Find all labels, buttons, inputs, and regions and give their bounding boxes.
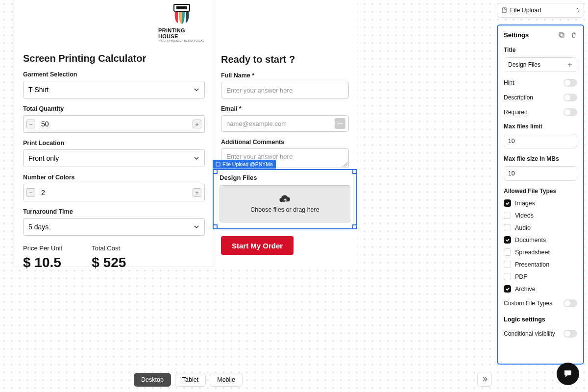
duplicate-icon[interactable] bbox=[559, 32, 565, 39]
required-toggle[interactable] bbox=[564, 108, 577, 116]
conditional-toggle[interactable] bbox=[564, 330, 577, 338]
maxsize-input[interactable]: 10 bbox=[504, 166, 577, 181]
name-label: Full Name * bbox=[221, 72, 349, 79]
turn-select[interactable]: 5 days bbox=[23, 218, 205, 236]
total-value: $ 525 bbox=[92, 255, 126, 270]
checkbox[interactable] bbox=[504, 199, 511, 207]
file-title: Design Files bbox=[220, 174, 350, 181]
selected-element-tag[interactable]: File Upload @PNYMa bbox=[213, 160, 276, 169]
checkbox[interactable] bbox=[504, 212, 511, 219]
colors-plus-button[interactable]: + bbox=[190, 184, 204, 201]
email-options-icon[interactable] bbox=[335, 118, 345, 129]
plus-icon[interactable] bbox=[567, 62, 573, 68]
form-heading: Ready to start ? bbox=[221, 54, 349, 65]
filetype-label: Audio bbox=[515, 224, 531, 231]
checkbox[interactable] bbox=[504, 248, 511, 256]
colors-stepper[interactable]: − 2 + bbox=[23, 184, 205, 201]
filetype-row[interactable]: Documents bbox=[504, 236, 577, 244]
filetype-row[interactable]: PDF bbox=[504, 273, 577, 280]
description-toggle[interactable] bbox=[564, 94, 577, 101]
chevron-down-icon bbox=[194, 87, 199, 93]
filetype-label: Spreadsheet bbox=[515, 249, 550, 256]
maxsize-label: Max file size in MBs bbox=[504, 155, 577, 162]
email-input[interactable]: name@example.com bbox=[221, 115, 349, 132]
filetype-row[interactable]: Videos bbox=[504, 212, 577, 219]
turn-label: Turnaround Time bbox=[23, 208, 205, 215]
svg-rect-5 bbox=[216, 162, 220, 166]
hint-label: Hint bbox=[504, 79, 514, 86]
mobile-tab[interactable]: Mobile bbox=[210, 373, 243, 387]
filetype-row[interactable]: Presentation bbox=[504, 261, 577, 268]
chevron-right-icon bbox=[481, 376, 488, 383]
submit-button[interactable]: Start My Order bbox=[221, 236, 294, 255]
checkbox[interactable] bbox=[504, 273, 511, 280]
custom-types-toggle[interactable] bbox=[564, 299, 577, 307]
filetype-row[interactable]: Audio bbox=[504, 224, 577, 231]
chat-icon bbox=[563, 368, 573, 379]
filetype-label: PDF bbox=[515, 273, 527, 280]
qty-stepper[interactable]: − 50 + bbox=[23, 115, 205, 133]
calculator-heading: Screen Printing Calculator bbox=[23, 53, 205, 64]
checkbox[interactable] bbox=[504, 224, 511, 231]
svg-point-4 bbox=[342, 123, 343, 124]
filetype-row[interactable]: Images bbox=[504, 199, 577, 207]
custom-types-label: Custom File Types bbox=[504, 300, 552, 307]
maxfiles-input[interactable]: 10 bbox=[504, 134, 577, 148]
qty-minus-button[interactable]: − bbox=[24, 116, 38, 132]
chevron-down-icon bbox=[194, 224, 199, 230]
ppu-label: Price Per Unit bbox=[23, 245, 62, 252]
qty-label: Total Quantity bbox=[23, 105, 205, 112]
chevron-down-icon bbox=[194, 155, 199, 161]
file-upload-block[interactable]: Design Files Choose files or drag here bbox=[213, 169, 357, 229]
tablet-tab[interactable]: Tablet bbox=[175, 373, 206, 387]
svg-rect-8 bbox=[559, 32, 563, 36]
resize-handle-icon[interactable] bbox=[343, 162, 347, 167]
filetype-label: Archive bbox=[515, 286, 536, 293]
checkbox[interactable] bbox=[504, 236, 511, 244]
chat-launcher[interactable] bbox=[557, 363, 579, 385]
delete-icon[interactable] bbox=[570, 32, 577, 39]
loc-select[interactable]: Front only bbox=[23, 149, 205, 167]
required-label: Required bbox=[504, 109, 528, 116]
svg-rect-6 bbox=[502, 8, 506, 13]
expand-button[interactable] bbox=[477, 372, 492, 387]
checkbox[interactable] bbox=[504, 285, 511, 293]
desktop-tab[interactable]: Desktop bbox=[134, 373, 171, 387]
total-label: Total Cost bbox=[92, 245, 126, 252]
svg-rect-7 bbox=[560, 33, 564, 37]
filetype-label: Documents bbox=[515, 237, 546, 244]
filetypes-label: Allowed File Types bbox=[504, 188, 577, 195]
filetype-row[interactable]: Archive bbox=[504, 285, 577, 293]
name-input[interactable]: Enter your answer here bbox=[221, 82, 349, 98]
svg-point-2 bbox=[338, 123, 339, 124]
settings-heading: Settings bbox=[504, 31, 529, 39]
email-label: Email * bbox=[221, 105, 349, 112]
element-type-select[interactable]: File Upload bbox=[497, 3, 584, 18]
colors-label: Number of Colors bbox=[23, 174, 205, 181]
description-label: Description bbox=[504, 94, 533, 101]
checkbox[interactable] bbox=[504, 261, 511, 268]
filetype-row[interactable]: Spreadsheet bbox=[504, 248, 577, 256]
filetype-label: Presentation bbox=[515, 261, 549, 268]
svg-point-3 bbox=[340, 123, 341, 124]
filetype-label: Videos bbox=[515, 212, 534, 219]
title-input[interactable]: Design Files bbox=[504, 57, 577, 72]
cloud-upload-icon bbox=[278, 195, 292, 204]
form-panel: Ready to start ? Full Name * Enter your … bbox=[213, 0, 357, 267]
filetype-label: Images bbox=[515, 200, 535, 207]
title-label: Title bbox=[504, 47, 577, 53]
viewport-switcher: Desktop Tablet Mobile bbox=[134, 373, 243, 387]
hint-toggle[interactable] bbox=[564, 79, 577, 87]
file-dropzone[interactable]: Choose files or drag here bbox=[220, 185, 350, 222]
logic-heading: Logic settings bbox=[504, 316, 577, 323]
form-canvas: PRINTING HOUSE YOUR PROJECT IS OUR GOAL … bbox=[15, 0, 357, 267]
garment-select[interactable]: T-Shirt bbox=[23, 81, 205, 98]
colors-minus-button[interactable]: − bbox=[24, 184, 38, 201]
properties-sidebar: File Upload Settings Title Design Files … bbox=[497, 3, 584, 365]
file-icon bbox=[216, 162, 220, 167]
sort-icon bbox=[576, 7, 580, 13]
qty-plus-button[interactable]: + bbox=[190, 116, 204, 132]
maxfiles-label: Max files limit bbox=[504, 123, 577, 130]
ppu-value: $ 10.5 bbox=[23, 255, 62, 270]
svg-rect-1 bbox=[176, 6, 187, 9]
